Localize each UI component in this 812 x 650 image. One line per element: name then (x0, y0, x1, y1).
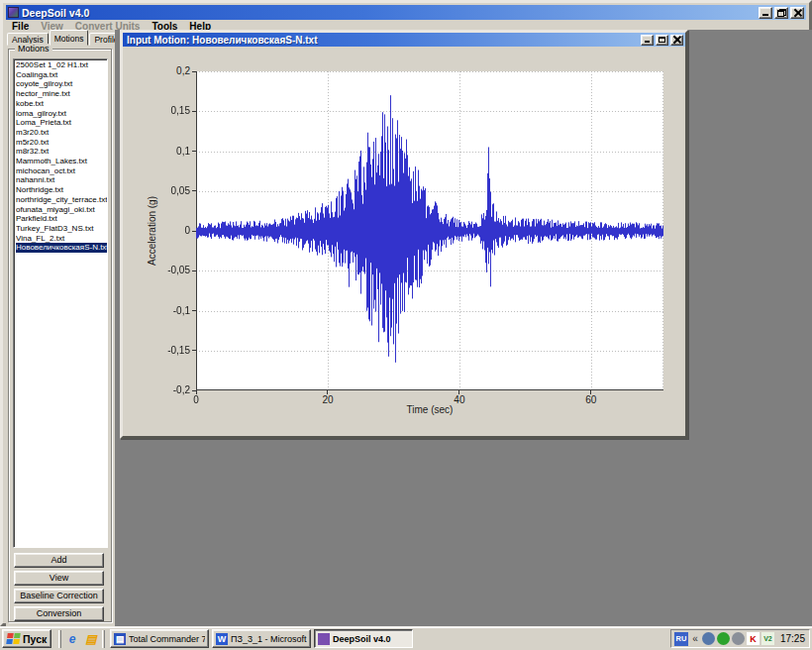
y-tick-mark (192, 190, 196, 191)
task-label: DeepSoil v4.0 (333, 634, 391, 644)
y-tick-label: 0,05 (147, 185, 190, 196)
motions-file-list[interactable]: 2500Set 1_02 H1.txtCoalinga.txtcoyote_gi… (13, 58, 108, 548)
taskbar-grip[interactable] (58, 630, 61, 648)
list-item[interactable]: hector_mine.txt (16, 89, 107, 99)
add-button[interactable]: Add (14, 553, 104, 568)
list-item[interactable]: Loma_Prieta.txt (16, 118, 107, 128)
list-item[interactable]: m5r20.txt (16, 138, 107, 148)
x-tick-label: 20 (313, 394, 343, 405)
y-tick-label: -0,05 (147, 265, 190, 275)
tray-clock: 17:25 (777, 633, 805, 644)
quick-launch-bar: e▤ (64, 631, 99, 647)
list-item[interactable]: m3r20.txt (16, 128, 107, 138)
x-tick-mark (196, 390, 197, 394)
child-minimize-button[interactable] (641, 35, 654, 46)
x-tick-label: 60 (576, 394, 606, 405)
y-tick-mark (192, 271, 196, 271)
list-item[interactable]: Parkfield.txt (16, 214, 107, 224)
task-buttons: ▤Total Commander 7.50 - ...WПЗ_3_1 - Mic… (110, 629, 413, 648)
chart-area: Acceleration (g) Time (sec) 0,20,150,10,… (123, 47, 685, 436)
motions-buttons: AddViewBaseline CorrectionConversion (14, 553, 104, 624)
y-tick-mark (192, 151, 196, 152)
y-tick-label: 0,1 (147, 146, 190, 157)
task-label: Total Commander 7.50 - ... (129, 634, 205, 644)
restore-button[interactable] (774, 7, 788, 19)
tray-icon-clock[interactable] (732, 632, 745, 645)
child-close-button[interactable] (670, 35, 683, 46)
tray-icon-v2[interactable]: V2 (761, 632, 774, 645)
maximize-icon (659, 37, 665, 43)
task-icon: W (216, 633, 228, 645)
view-button[interactable]: View (14, 571, 104, 586)
x-axis-label: Time (sec) (196, 404, 663, 415)
close-button[interactable] (790, 7, 804, 19)
language-indicator[interactable]: RU (674, 632, 688, 646)
tray-icons: KV2 (702, 632, 774, 645)
list-item[interactable]: 2500Set 1_02 H1.txt (16, 60, 107, 70)
list-item[interactable]: kobe.txt (16, 99, 107, 109)
y-tick-label: 0,2 (147, 65, 190, 76)
list-item[interactable]: Coalinga.txt (16, 70, 107, 80)
baseline-correction-button[interactable]: Baseline Correction (14, 589, 104, 603)
tray-icon-globe[interactable] (702, 632, 715, 645)
minimize-icon (762, 14, 768, 16)
motions-groupbox: Motions 2500Set 1_02 H1.txtCoalinga.txtc… (8, 49, 112, 622)
taskbar-task-total-commander-7-50[interactable]: ▤Total Commander 7.50 - ... (110, 629, 209, 648)
x-tick-mark (327, 390, 328, 394)
input-motion-window: Input Motion: НововеличковскаяS-N.txt Ac… (120, 30, 688, 439)
x-tick-label: 0 (181, 394, 211, 405)
list-item[interactable]: ofunata_miyagi_oki.txt (16, 205, 107, 215)
flag-quad (14, 633, 21, 638)
tray-icon-kaspersky[interactable]: K (747, 632, 760, 645)
y-tick-mark (192, 350, 196, 351)
list-item[interactable]: Northridge.txt (16, 185, 107, 195)
flag-quad (7, 633, 14, 638)
list-item[interactable]: coyote_gilroy.txt (16, 79, 107, 89)
tray-icon-green-ball[interactable] (717, 632, 730, 645)
y-tick-label: 0,15 (147, 105, 190, 116)
start-button[interactable]: Пуск (2, 629, 51, 648)
input-motion-titlebar[interactable]: Input Motion: НововеличковскаяS-N.txt (123, 33, 685, 47)
list-item[interactable]: loma_gilroy.txt (16, 109, 107, 119)
motions-group-label: Motions (15, 44, 52, 54)
minimize-button[interactable] (759, 7, 772, 19)
list-item[interactable]: m8r32.txt (16, 147, 107, 157)
acceleration-waveform (196, 71, 663, 390)
task-label: ПЗ_3_1 - Microsoft Word (231, 634, 307, 644)
total-commander-quick-icon[interactable]: ▤ (83, 631, 99, 647)
conversion-button[interactable]: Conversion (14, 606, 104, 621)
plot-area (196, 71, 663, 390)
task-icon: ▤ (114, 633, 126, 645)
close-icon (793, 9, 801, 17)
list-item[interactable]: Mammoth_Lakes.txt (16, 157, 107, 166)
y-tick-label: 0 (147, 225, 190, 236)
taskbar-task-deepsoil-v4-0[interactable]: DeepSoil v4.0 (314, 629, 413, 648)
y-tick-label: -0,15 (147, 345, 190, 356)
mdi-client-area: Input Motion: НововеличковскаяS-N.txt Ac… (115, 30, 812, 626)
input-motion-title: Input Motion: НововеличковскаяS-N.txt (125, 35, 639, 46)
list-item[interactable]: northridge_city_terrace.txt (16, 195, 107, 205)
list-item[interactable]: Turkey_FlatD3_NS.txt (16, 224, 107, 234)
list-item[interactable]: nahanni.txt (16, 175, 107, 185)
deepsoil-app-icon (8, 7, 19, 18)
start-label: Пуск (23, 633, 47, 645)
list-item[interactable]: НововеличковскаяS-N.txt (16, 243, 107, 253)
system-tray: RU « KV2 17:25 (670, 629, 810, 648)
minimize-icon (645, 41, 650, 43)
list-item[interactable]: Vina_FL_2.txt (16, 234, 107, 244)
flag-quad (6, 639, 13, 644)
taskbar-grip[interactable] (102, 630, 105, 648)
tab-motions[interactable]: Motions (50, 30, 89, 46)
taskbar: Пуск e▤ ▤Total Commander 7.50 - ...WПЗ_3… (0, 626, 812, 650)
taskbar-task-пз-3-1-microsoft-word[interactable]: WПЗ_3_1 - Microsoft Word (212, 629, 311, 648)
tray-chevron-icon[interactable]: « (691, 633, 699, 644)
main-titlebar: DeepSoil v4.0 (6, 5, 806, 20)
child-maximize-button[interactable] (656, 35, 668, 46)
browser-icon[interactable]: e (64, 631, 80, 647)
windows-flag-icon (6, 633, 21, 644)
x-tick-mark (590, 390, 591, 394)
y-tick-mark (192, 231, 196, 232)
x-tick-mark (458, 390, 459, 394)
y-tick-label: -0,1 (147, 305, 190, 316)
list-item[interactable]: michocan_oct.txt (16, 166, 107, 176)
